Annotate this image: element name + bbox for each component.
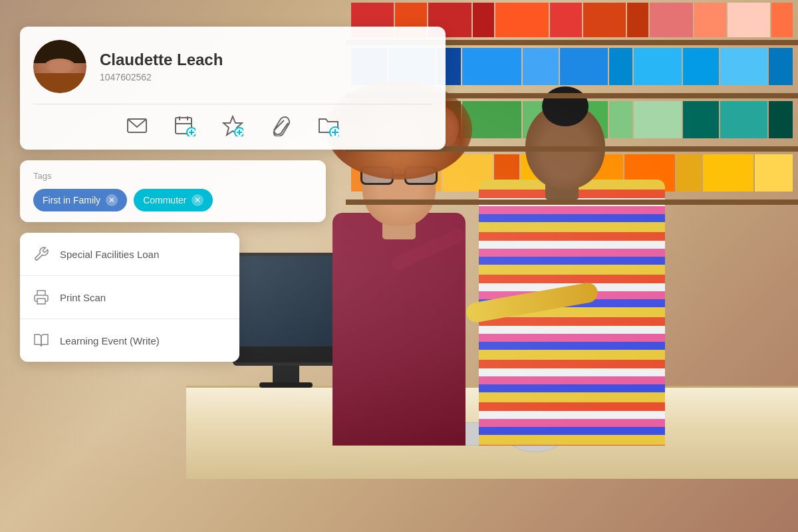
tags-label: Tags (33, 171, 313, 181)
wrench-icon (33, 246, 49, 262)
calendar-add-icon (174, 115, 196, 136)
email-icon (126, 115, 148, 136)
profile-info: Claudette Leach 1047602562 (100, 51, 432, 82)
folder-add-action[interactable] (318, 115, 339, 136)
tag-commuter-label: Commuter (143, 195, 186, 205)
profile-actions (33, 104, 432, 136)
tags-list: First in Family ✕ Commuter ✕ (33, 189, 313, 211)
avatar-shirt (33, 73, 86, 93)
tags-card: Tags First in Family ✕ Commuter ✕ (20, 160, 326, 222)
pin-add-icon (222, 115, 243, 136)
printer-icon (33, 289, 49, 305)
calendar-add-action[interactable] (174, 115, 196, 136)
pin-add-action[interactable] (222, 115, 243, 136)
avatar (33, 40, 86, 93)
profile-header: Claudette Leach 1047602562 (33, 40, 432, 104)
service-learning-event-label: Learning Event (Write) (60, 335, 160, 346)
svg-rect-14 (37, 299, 45, 304)
service-print-scan[interactable]: Print Scan (20, 276, 239, 319)
tag-first-in-family[interactable]: First in Family ✕ (33, 189, 127, 211)
service-special-facilities-loan[interactable]: Special Facilities Loan (20, 233, 239, 276)
person2 (466, 60, 678, 446)
service-print-scan-label: Print Scan (60, 292, 106, 303)
avatar-face (33, 40, 86, 93)
panel-container: Claudette Leach 1047602562 (20, 27, 446, 362)
attachment-action[interactable] (270, 115, 291, 136)
tag-first-in-family-label: First in Family (43, 195, 100, 205)
profile-id: 1047602562 (100, 72, 432, 82)
email-action[interactable] (126, 115, 148, 136)
attachment-icon (270, 115, 291, 136)
book-icon (33, 332, 49, 348)
folder-add-icon (318, 115, 339, 136)
service-special-facilities-loan-label: Special Facilities Loan (60, 249, 159, 260)
services-card: Special Facilities Loan Print Scan Learn… (20, 233, 239, 362)
tag-first-in-family-remove[interactable]: ✕ (106, 194, 118, 206)
profile-name: Claudette Leach (100, 51, 432, 69)
tag-commuter-remove[interactable]: ✕ (192, 194, 203, 206)
profile-card: Claudette Leach 1047602562 (20, 27, 446, 150)
service-learning-event[interactable]: Learning Event (Write) (20, 319, 239, 362)
tag-commuter[interactable]: Commuter ✕ (134, 189, 213, 211)
